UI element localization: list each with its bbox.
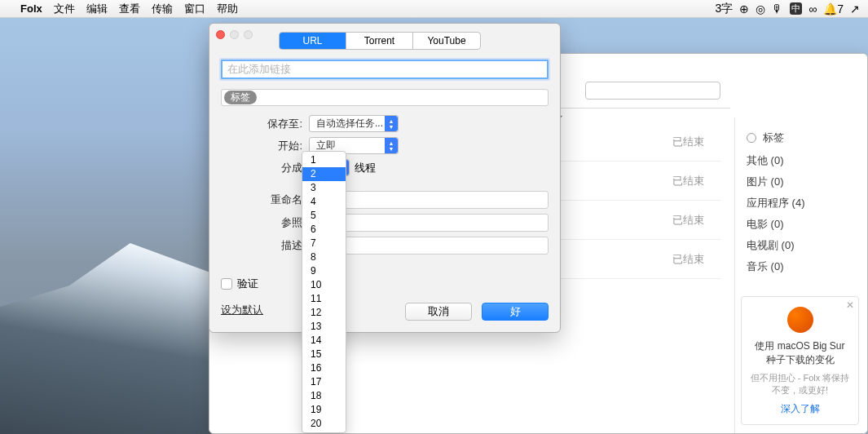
url-input[interactable]: 在此添加链接 bbox=[221, 60, 549, 79]
cancel-button[interactable]: 取消 bbox=[405, 303, 472, 321]
menu-transfer[interactable]: 传输 bbox=[152, 2, 173, 16]
menu-help[interactable]: 帮助 bbox=[217, 2, 238, 16]
tags-input[interactable]: 标签 bbox=[221, 89, 549, 106]
label-rename: 重命名 bbox=[209, 193, 309, 207]
dialog-tabs: URL Torrent YouTube bbox=[279, 32, 481, 50]
menu-window[interactable]: 窗口 bbox=[184, 2, 205, 16]
dropdown-option[interactable]: 1 bbox=[302, 153, 346, 167]
dropdown-option[interactable]: 18 bbox=[302, 389, 346, 403]
select-arrows-icon: ▲▼ bbox=[385, 138, 398, 153]
status-label: 已结束 bbox=[672, 174, 704, 188]
dropdown-option[interactable]: 19 bbox=[302, 403, 346, 417]
sidebar-item[interactable]: 应用程序 (4) bbox=[747, 196, 856, 210]
traffic-lights bbox=[216, 30, 253, 39]
status-icon-4[interactable]: ∞ bbox=[809, 2, 817, 16]
sidebar-item[interactable]: 其他 (0) bbox=[747, 153, 856, 168]
promo-title-1: 使用 macOS Big Sur bbox=[755, 340, 844, 352]
promo-subtitle: 但不用担心 - Folx 将保持不变，或更好! bbox=[750, 372, 850, 396]
tab-youtube[interactable]: YouTube bbox=[413, 33, 480, 49]
minimize-button[interactable] bbox=[230, 30, 239, 39]
promo-title-2: 种子下载的变化 bbox=[766, 354, 835, 365]
sidebar-item[interactable]: 电视剧 (0) bbox=[747, 238, 856, 253]
tags-radio[interactable] bbox=[747, 133, 756, 143]
status-icon-3[interactable]: 中 bbox=[790, 2, 802, 15]
rocket-icon bbox=[787, 307, 813, 333]
label-start: 开始: bbox=[209, 139, 309, 153]
dropdown-option[interactable]: 9 bbox=[302, 264, 346, 278]
app-name[interactable]: Folx bbox=[20, 2, 42, 15]
search-input[interactable] bbox=[585, 82, 720, 100]
dropdown-option[interactable]: 11 bbox=[302, 292, 346, 306]
select-arrows-icon: ▲▼ bbox=[385, 116, 398, 131]
dropdown-option[interactable]: 10 bbox=[302, 278, 346, 292]
dropdown-option[interactable]: 15 bbox=[302, 348, 346, 361]
dropdown-option[interactable]: 6 bbox=[302, 223, 346, 237]
split-dropdown-menu: 1234567891011121314151617181920 bbox=[302, 151, 346, 433]
dropdown-option[interactable]: 13 bbox=[302, 320, 346, 334]
tab-torrent[interactable]: Torrent bbox=[346, 33, 413, 49]
label-save-to: 保存至: bbox=[209, 117, 309, 131]
dropdown-option[interactable]: 5 bbox=[302, 209, 346, 223]
close-button[interactable] bbox=[216, 30, 225, 39]
ime-status[interactable]: 3字 bbox=[715, 2, 733, 16]
dropdown-option[interactable]: 17 bbox=[302, 375, 346, 389]
mic-icon[interactable]: 🎙 bbox=[772, 2, 783, 16]
sidebar-item[interactable]: 电影 (0) bbox=[747, 217, 856, 232]
ok-button[interactable]: 好 bbox=[482, 303, 549, 321]
verify-checkbox[interactable] bbox=[221, 278, 232, 290]
tag-chip[interactable]: 标签 bbox=[224, 91, 257, 104]
dropdown-option[interactable]: 14 bbox=[302, 334, 346, 348]
dropdown-option[interactable]: 8 bbox=[302, 250, 346, 264]
dropdown-option[interactable]: 16 bbox=[302, 361, 346, 375]
dropdown-option[interactable]: 7 bbox=[302, 237, 346, 250]
sidebar-item[interactable]: 音乐 (0) bbox=[747, 259, 856, 274]
status-icon-2[interactable]: ◎ bbox=[756, 2, 765, 16]
rocket-icon[interactable]: ↗ bbox=[850, 2, 860, 16]
menu-view[interactable]: 查看 bbox=[119, 2, 140, 16]
promo-card: ✕ 使用 macOS Big Sur种子下载的变化 但不用担心 - Folx 将… bbox=[741, 296, 859, 425]
tags-header: 标签 bbox=[763, 131, 784, 145]
label-desc: 描述 bbox=[209, 238, 309, 253]
add-url-dialog: URL Torrent YouTube 在此添加链接 标签 保存至: 自动选择任… bbox=[209, 23, 561, 333]
save-to-select[interactable]: 自动选择任务... ▲▼ bbox=[309, 115, 399, 132]
dropdown-option[interactable]: 20 bbox=[302, 417, 346, 431]
zoom-button[interactable] bbox=[244, 30, 253, 39]
dropdown-option[interactable]: 4 bbox=[302, 195, 346, 209]
status-icon-1[interactable]: ⊕ bbox=[739, 2, 749, 16]
dropdown-option[interactable]: 12 bbox=[302, 306, 346, 320]
status-label: 已结束 bbox=[672, 135, 704, 149]
verify-label: 验证 bbox=[237, 277, 258, 291]
url-placeholder: 在此添加链接 bbox=[227, 62, 291, 77]
promo-link[interactable]: 深入了解 bbox=[750, 402, 850, 416]
status-label: 已结束 bbox=[672, 252, 704, 267]
close-icon[interactable]: ✕ bbox=[846, 299, 854, 311]
bell-icon[interactable]: 🔔7 bbox=[823, 2, 844, 16]
set-defaults-link[interactable]: 设为默认 bbox=[221, 303, 263, 317]
dropdown-option[interactable]: 3 bbox=[302, 181, 346, 195]
label-split: 分成 bbox=[209, 161, 309, 175]
status-label: 已结束 bbox=[672, 213, 704, 228]
menu-edit[interactable]: 编辑 bbox=[86, 2, 108, 16]
sidebar-item[interactable]: 图片 (0) bbox=[747, 175, 856, 189]
label-threads: 线程 bbox=[355, 161, 376, 175]
menu-file[interactable]: 文件 bbox=[54, 2, 75, 16]
tab-url[interactable]: URL bbox=[280, 33, 346, 49]
label-refer: 参照 bbox=[209, 215, 309, 230]
menubar: Folx 文件 编辑 查看 传输 窗口 帮助 3字 ⊕ ◎ 🎙 中 ∞ 🔔7 ↗ bbox=[0, 0, 868, 18]
dropdown-option[interactable]: 2 bbox=[302, 167, 346, 181]
